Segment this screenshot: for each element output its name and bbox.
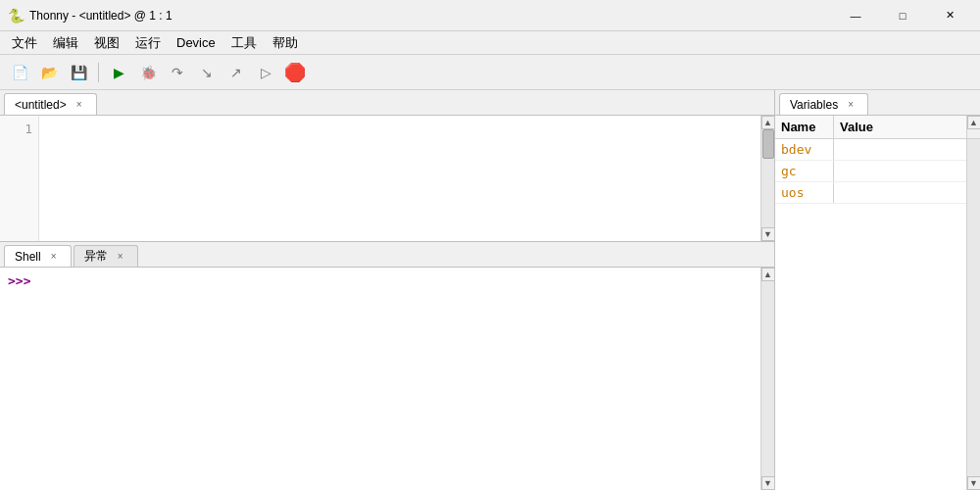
code-editor[interactable] [39, 116, 760, 241]
variables-tab-label: Variables [790, 98, 838, 112]
title-bar: 🐍 Thonny - <untitled> @ 1 : 1 — □ ✕ [0, 0, 980, 31]
menu-item-文件[interactable]: 文件 [4, 32, 45, 54]
line-number-1: 1 [0, 120, 32, 139]
new-file-button[interactable]: 📄 [6, 59, 33, 86]
variables-tab[interactable]: Variables × [779, 93, 868, 115]
minimize-button[interactable]: — [833, 0, 878, 31]
shell-tab-label: Shell [15, 250, 41, 264]
shell-tab-close[interactable]: × [47, 250, 61, 264]
close-button[interactable]: ✕ [927, 0, 972, 31]
scroll-down-arrow[interactable]: ▼ [761, 227, 775, 241]
run-button[interactable]: ▶ [105, 59, 132, 86]
shell-scrollbar-v[interactable]: ▲ ▼ [760, 268, 774, 490]
shell-scroll-track [761, 281, 774, 476]
var-value-gc [834, 161, 966, 181]
shell-area: Shell × 异常 × >>> ▲ ▼ [0, 242, 774, 490]
var-scroll-up-arrow[interactable]: ▲ [967, 116, 981, 129]
menu-item-工具[interactable]: 工具 [223, 32, 265, 54]
shell-text[interactable]: >>> [0, 268, 760, 490]
window-controls: — □ ✕ [833, 0, 972, 31]
shell-tab[interactable]: Shell × [4, 245, 72, 267]
variables-tab-bar: Variables × [775, 90, 980, 116]
menu-bar: 文件编辑视图运行Device工具帮助 [0, 31, 980, 55]
menu-item-帮助[interactable]: 帮助 [265, 32, 306, 54]
shell-content: >>> ▲ ▼ [0, 268, 774, 490]
resume-button[interactable]: ▷ [252, 59, 279, 86]
menu-item-编辑[interactable]: 编辑 [45, 32, 86, 54]
var-name-gc: gc [775, 161, 834, 181]
var-name-bdev: bdev [775, 139, 834, 160]
right-panel: Variables × Name Value ▲ bdevgcuos ▼ [774, 90, 980, 490]
editor-area: <untitled> × 1 ▲ ▼ [0, 90, 774, 242]
step-into-button[interactable]: ↘ [193, 59, 220, 86]
toolbar-separator-1 [98, 63, 99, 82]
variables-tab-close[interactable]: × [844, 98, 858, 112]
menu-item-视图[interactable]: 视图 [86, 32, 127, 54]
variables-header: Name Value ▲ [775, 116, 980, 139]
var-scroll-top[interactable]: ▲ [966, 116, 980, 138]
exception-tab[interactable]: 异常 × [74, 245, 138, 267]
shell-tab-bar: Shell × 异常 × [0, 242, 774, 268]
editor-tab-label: <untitled> [15, 98, 67, 112]
stop-button[interactable]: 🛑 [281, 59, 309, 86]
title-text: Thonny - <untitled> @ 1 : 1 [29, 9, 833, 23]
step-out-button[interactable]: ↗ [222, 59, 250, 86]
line-numbers: 1 [0, 116, 39, 241]
var-row-uos[interactable]: uos [775, 182, 966, 204]
var-scroll-down-arrow[interactable]: ▼ [967, 476, 981, 490]
var-scroll-track [967, 139, 980, 476]
var-value-bdev [834, 139, 966, 160]
var-row-gc[interactable]: gc [775, 161, 966, 182]
scroll-up-arrow[interactable]: ▲ [761, 116, 775, 129]
var-value-uos [834, 182, 966, 203]
open-file-button[interactable]: 📂 [35, 59, 63, 86]
var-row-bdev[interactable]: bdev [775, 139, 966, 161]
save-file-button[interactable]: 💾 [65, 59, 92, 86]
editor-tab-close[interactable]: × [73, 98, 86, 112]
step-over-button[interactable]: ↷ [164, 59, 191, 86]
var-scrollbar-v[interactable]: ▼ [966, 139, 980, 490]
toolbar: 📄 📂 💾 ▶ 🐞 ↷ ↘ ↗ ▷ 🛑 [0, 55, 980, 90]
shell-scroll-up-arrow[interactable]: ▲ [761, 268, 775, 281]
var-col-name: Name [775, 116, 834, 138]
app-icon: 🐍 [8, 8, 24, 24]
variables-rows: bdevgcuos [775, 139, 966, 490]
menu-item-运行[interactable]: 运行 [127, 32, 169, 54]
main-area: <untitled> × 1 ▲ ▼ [0, 90, 980, 490]
var-name-uos: uos [775, 182, 834, 203]
exception-tab-close[interactable]: × [114, 250, 127, 264]
scroll-thumb[interactable] [762, 129, 774, 159]
shell-prompt: >>> [8, 273, 30, 288]
exception-tab-label: 异常 [84, 248, 108, 265]
editor-tab-bar: <untitled> × [0, 90, 774, 116]
editor-tab-untitled[interactable]: <untitled> × [4, 93, 97, 115]
var-col-value: Value [834, 116, 966, 138]
scroll-track [761, 129, 774, 227]
variables-content: Name Value ▲ bdevgcuos ▼ [775, 116, 980, 490]
editor-scrollbar-v[interactable]: ▲ ▼ [760, 116, 774, 241]
editor-content: 1 ▲ ▼ [0, 116, 774, 241]
maximize-button[interactable]: □ [880, 0, 925, 31]
shell-scroll-down-arrow[interactable]: ▼ [761, 476, 775, 490]
left-panel: <untitled> × 1 ▲ ▼ [0, 90, 774, 490]
menu-item-Device[interactable]: Device [169, 33, 223, 52]
debug-button[interactable]: 🐞 [134, 59, 162, 86]
